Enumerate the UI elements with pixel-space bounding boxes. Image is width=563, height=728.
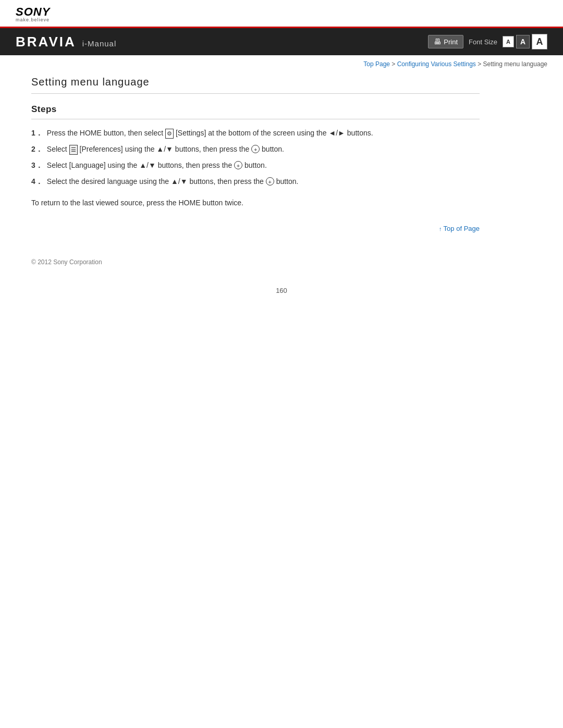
step-3-num: 3． xyxy=(31,160,43,171)
imanual-text: i-Manual xyxy=(82,39,117,48)
nav-controls: 🖶 Print Font Size A A A xyxy=(428,34,547,50)
breadcrumb-current: Setting menu language xyxy=(483,60,547,68)
nav-bar: BRAVIA i-Manual 🖶 Print Font Size A A A xyxy=(0,28,563,55)
top-of-page-label: Top of Page xyxy=(444,225,480,232)
breadcrumb-configuring[interactable]: Configuring Various Settings xyxy=(397,60,476,68)
top-of-page-link[interactable]: ↑ Top of Page xyxy=(439,225,480,232)
top-of-page-link-container: ↑ Top of Page xyxy=(31,224,480,232)
breadcrumb-top-page[interactable]: Top Page xyxy=(363,60,390,68)
font-size-label: Font Size xyxy=(469,38,497,46)
step-4-content: Select the desired language using the ▲/… xyxy=(47,176,480,187)
sony-logo-text: SONY xyxy=(16,6,547,18)
footer: © 2012 Sony Corporation xyxy=(0,248,563,276)
breadcrumb: Top Page > Configuring Various Settings … xyxy=(0,55,563,71)
page-number: 160 xyxy=(0,276,563,305)
print-icon: 🖶 xyxy=(434,38,441,46)
enter-button-icon3: + xyxy=(266,177,274,186)
copyright-text: © 2012 Sony Corporation xyxy=(31,258,102,266)
step-1-content: Press the HOME button, then select ⚙ [Se… xyxy=(47,128,480,139)
font-size-medium-button[interactable]: A xyxy=(516,35,530,48)
top-bar: SONY make.believe xyxy=(0,0,563,28)
step-3-content: Select [Language] using the ▲/▼ buttons,… xyxy=(47,160,480,171)
font-size-large-button[interactable]: A xyxy=(532,34,547,50)
main-content: Setting menu language Steps 1． Press the… xyxy=(0,71,511,248)
step-3: 3． Select [Language] using the ▲/▼ butto… xyxy=(31,160,480,171)
font-size-controls: A A A xyxy=(503,34,547,50)
step-1: 1． Press the HOME button, then select ⚙ … xyxy=(31,128,480,139)
sony-logo: SONY make.believe xyxy=(16,6,547,22)
bravia-logo: BRAVIA i-Manual xyxy=(16,34,116,50)
bravia-brand-text: BRAVIA xyxy=(16,34,76,50)
step-2: 2． Select ☰ [Preferences] using the ▲/▼ … xyxy=(31,144,480,155)
step-2-content: Select ☰ [Preferences] using the ▲/▼ but… xyxy=(47,144,480,155)
step-4: 4． Select the desired language using the… xyxy=(31,176,480,187)
steps-heading: Steps xyxy=(31,104,480,119)
step-4-num: 4． xyxy=(31,176,43,187)
step-2-num: 2． xyxy=(31,144,43,155)
step-1-num: 1． xyxy=(31,128,43,139)
print-label: Print xyxy=(444,38,458,46)
preferences-icon: ☰ xyxy=(69,145,78,155)
settings-icon: ⚙ xyxy=(165,129,174,139)
sony-tagline: make.believe xyxy=(16,18,547,22)
breadcrumb-sep1: > xyxy=(390,60,397,68)
note-text: To return to the last viewed source, pre… xyxy=(31,198,480,208)
enter-button-icon2: + xyxy=(234,161,242,169)
up-arrow-icon: ↑ xyxy=(439,226,444,232)
page-title: Setting menu language xyxy=(31,76,480,94)
font-size-small-button[interactable]: A xyxy=(503,36,514,47)
breadcrumb-sep2: > xyxy=(476,60,483,68)
enter-button-icon: + xyxy=(251,145,260,153)
steps-list: 1． Press the HOME button, then select ⚙ … xyxy=(31,128,480,187)
print-button[interactable]: 🖶 Print xyxy=(428,35,463,48)
